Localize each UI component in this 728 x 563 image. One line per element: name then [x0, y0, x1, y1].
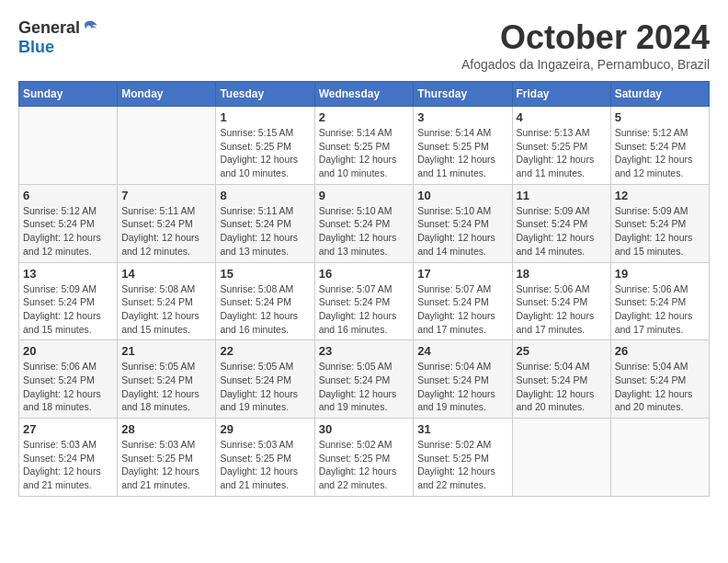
- day-number: 21: [121, 344, 211, 358]
- calendar-cell: [512, 419, 610, 497]
- calendar-cell: 20Sunrise: 5:06 AMSunset: 5:24 PMDayligh…: [19, 340, 118, 419]
- week-row-1: 1Sunrise: 5:15 AMSunset: 5:25 PMDaylight…: [19, 107, 710, 185]
- day-number: 24: [417, 344, 507, 358]
- day-number: 28: [121, 422, 211, 436]
- calendar-cell: 23Sunrise: 5:05 AMSunset: 5:24 PMDayligh…: [314, 340, 414, 419]
- page-header: General Blue October 2024 Afogados da In…: [18, 18, 710, 72]
- day-info: Sunrise: 5:07 AMSunset: 5:24 PMDaylight:…: [319, 282, 410, 337]
- calendar-table: SundayMondayTuesdayWednesdayThursdayFrid…: [18, 81, 710, 497]
- day-number: 31: [417, 422, 507, 436]
- day-info: Sunrise: 5:05 AMSunset: 5:24 PMDaylight:…: [319, 360, 410, 414]
- calendar-cell: 19Sunrise: 5:06 AMSunset: 5:24 PMDayligh…: [610, 262, 709, 340]
- day-number: 5: [615, 110, 705, 124]
- day-info: Sunrise: 5:11 AMSunset: 5:24 PMDaylight:…: [121, 204, 211, 259]
- day-number: 1: [220, 110, 310, 124]
- column-header-saturday: Saturday: [610, 82, 709, 107]
- day-info: Sunrise: 5:02 AMSunset: 5:25 PMDaylight:…: [319, 438, 410, 492]
- column-header-monday: Monday: [118, 82, 216, 107]
- calendar-cell: 8Sunrise: 5:11 AMSunset: 5:24 PMDaylight…: [216, 184, 314, 262]
- day-number: 12: [615, 189, 705, 202]
- day-info: Sunrise: 5:05 AMSunset: 5:24 PMDaylight:…: [121, 360, 211, 414]
- calendar-cell: 7Sunrise: 5:11 AMSunset: 5:24 PMDaylight…: [118, 184, 216, 262]
- day-number: 11: [517, 189, 607, 202]
- day-info: Sunrise: 5:12 AMSunset: 5:24 PMDaylight:…: [615, 126, 705, 180]
- column-header-thursday: Thursday: [414, 82, 512, 107]
- calendar-cell: 12Sunrise: 5:09 AMSunset: 5:24 PMDayligh…: [610, 184, 709, 262]
- day-info: Sunrise: 5:11 AMSunset: 5:24 PMDaylight:…: [220, 204, 310, 259]
- day-info: Sunrise: 5:14 AMSunset: 5:25 PMDaylight:…: [319, 126, 410, 180]
- column-header-sunday: Sunday: [19, 82, 118, 107]
- calendar-cell: [118, 107, 216, 185]
- calendar-cell: 10Sunrise: 5:10 AMSunset: 5:24 PMDayligh…: [414, 184, 512, 262]
- column-header-tuesday: Tuesday: [216, 82, 314, 107]
- day-number: 4: [517, 110, 607, 124]
- title-section: October 2024 Afogados da Ingazeira, Pern…: [461, 18, 710, 72]
- logo: General Blue: [18, 18, 100, 57]
- day-info: Sunrise: 5:10 AMSunset: 5:24 PMDaylight:…: [319, 204, 410, 259]
- day-info: Sunrise: 5:08 AMSunset: 5:24 PMDaylight:…: [220, 282, 310, 337]
- logo-bird-icon: [82, 19, 100, 38]
- day-info: Sunrise: 5:04 AMSunset: 5:24 PMDaylight:…: [615, 360, 705, 414]
- day-number: 22: [220, 344, 310, 358]
- column-header-wednesday: Wednesday: [314, 82, 414, 107]
- day-number: 30: [319, 422, 410, 436]
- day-info: Sunrise: 5:09 AMSunset: 5:24 PMDaylight:…: [615, 204, 705, 259]
- day-info: Sunrise: 5:02 AMSunset: 5:25 PMDaylight:…: [417, 438, 507, 492]
- day-number: 23: [319, 344, 410, 358]
- day-info: Sunrise: 5:13 AMSunset: 5:25 PMDaylight:…: [517, 126, 607, 180]
- calendar-cell: 18Sunrise: 5:06 AMSunset: 5:24 PMDayligh…: [512, 262, 610, 340]
- month-title: October 2024: [461, 18, 710, 57]
- day-info: Sunrise: 5:04 AMSunset: 5:24 PMDaylight:…: [417, 360, 507, 414]
- day-info: Sunrise: 5:06 AMSunset: 5:24 PMDaylight:…: [615, 282, 705, 337]
- calendar-cell: 6Sunrise: 5:12 AMSunset: 5:24 PMDaylight…: [19, 184, 118, 262]
- day-number: 14: [121, 267, 211, 281]
- calendar-cell: 25Sunrise: 5:04 AMSunset: 5:24 PMDayligh…: [512, 340, 610, 419]
- calendar-cell: 17Sunrise: 5:07 AMSunset: 5:24 PMDayligh…: [414, 262, 512, 340]
- calendar-cell: 21Sunrise: 5:05 AMSunset: 5:24 PMDayligh…: [118, 340, 216, 419]
- day-number: 8: [220, 189, 310, 202]
- calendar-cell: 11Sunrise: 5:09 AMSunset: 5:24 PMDayligh…: [512, 184, 610, 262]
- day-number: 27: [23, 422, 113, 436]
- day-number: 9: [319, 189, 410, 202]
- calendar-cell: 2Sunrise: 5:14 AMSunset: 5:25 PMDaylight…: [314, 107, 414, 185]
- day-info: Sunrise: 5:09 AMSunset: 5:24 PMDaylight:…: [517, 204, 607, 259]
- day-info: Sunrise: 5:06 AMSunset: 5:24 PMDaylight:…: [517, 282, 607, 337]
- day-number: 10: [417, 189, 507, 202]
- day-number: 15: [220, 267, 310, 281]
- day-info: Sunrise: 5:03 AMSunset: 5:25 PMDaylight:…: [220, 438, 310, 492]
- day-number: 29: [220, 422, 310, 436]
- calendar-cell: 3Sunrise: 5:14 AMSunset: 5:25 PMDaylight…: [414, 107, 512, 185]
- calendar-cell: 29Sunrise: 5:03 AMSunset: 5:25 PMDayligh…: [216, 419, 314, 497]
- day-number: 3: [417, 110, 507, 124]
- day-info: Sunrise: 5:08 AMSunset: 5:24 PMDaylight:…: [121, 282, 211, 337]
- day-info: Sunrise: 5:04 AMSunset: 5:24 PMDaylight:…: [517, 360, 607, 414]
- day-info: Sunrise: 5:03 AMSunset: 5:25 PMDaylight:…: [121, 438, 211, 492]
- day-number: 7: [121, 189, 211, 202]
- calendar-cell: 1Sunrise: 5:15 AMSunset: 5:25 PMDaylight…: [216, 107, 314, 185]
- location-subtitle: Afogados da Ingazeira, Pernambuco, Brazi…: [461, 57, 710, 72]
- day-info: Sunrise: 5:15 AMSunset: 5:25 PMDaylight:…: [220, 126, 310, 180]
- calendar-cell: 31Sunrise: 5:02 AMSunset: 5:25 PMDayligh…: [414, 419, 512, 497]
- calendar-cell: [19, 107, 118, 185]
- day-info: Sunrise: 5:12 AMSunset: 5:24 PMDaylight:…: [23, 204, 113, 259]
- calendar-cell: 30Sunrise: 5:02 AMSunset: 5:25 PMDayligh…: [314, 419, 414, 497]
- day-number: 6: [23, 189, 113, 202]
- day-number: 19: [615, 267, 705, 281]
- day-number: 13: [23, 267, 113, 281]
- day-info: Sunrise: 5:14 AMSunset: 5:25 PMDaylight:…: [417, 126, 507, 180]
- day-info: Sunrise: 5:09 AMSunset: 5:24 PMDaylight:…: [23, 282, 113, 337]
- logo-general-text: General: [18, 18, 80, 38]
- day-info: Sunrise: 5:05 AMSunset: 5:24 PMDaylight:…: [220, 360, 310, 414]
- day-number: 17: [417, 267, 507, 281]
- calendar-cell: 14Sunrise: 5:08 AMSunset: 5:24 PMDayligh…: [118, 262, 216, 340]
- week-row-5: 27Sunrise: 5:03 AMSunset: 5:24 PMDayligh…: [19, 419, 710, 497]
- day-info: Sunrise: 5:07 AMSunset: 5:24 PMDaylight:…: [417, 282, 507, 337]
- day-number: 20: [23, 344, 113, 358]
- day-number: 2: [319, 110, 410, 124]
- day-info: Sunrise: 5:06 AMSunset: 5:24 PMDaylight:…: [23, 360, 113, 414]
- calendar-cell: [610, 419, 709, 497]
- calendar-cell: 9Sunrise: 5:10 AMSunset: 5:24 PMDaylight…: [314, 184, 414, 262]
- day-info: Sunrise: 5:10 AMSunset: 5:24 PMDaylight:…: [417, 204, 507, 259]
- calendar-cell: 26Sunrise: 5:04 AMSunset: 5:24 PMDayligh…: [610, 340, 709, 419]
- calendar-cell: 27Sunrise: 5:03 AMSunset: 5:24 PMDayligh…: [19, 419, 118, 497]
